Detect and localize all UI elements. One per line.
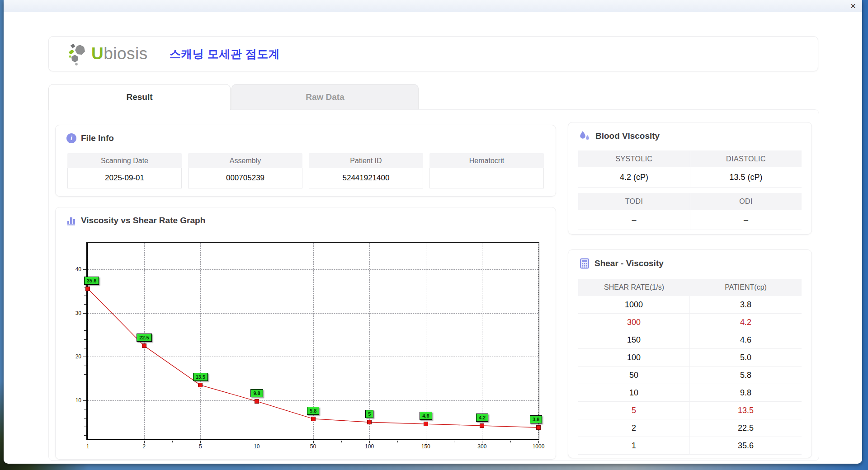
data-point-label: 9.8: [250, 389, 263, 397]
x-tick-label: 50: [310, 443, 316, 450]
file-info-field: Hematocrit: [429, 153, 544, 188]
y-minor-tick: [84, 418, 86, 418]
y-minor-tick: [84, 374, 86, 375]
file-info-field-label: Hematocrit: [429, 153, 544, 168]
y-minor-tick: [84, 383, 86, 383]
table-row: 109.8: [578, 384, 802, 402]
info-icon: i: [66, 133, 76, 143]
patient-viscosity-cell: 35.6: [690, 437, 802, 454]
table-row: 135.6: [578, 437, 802, 455]
table-row: 222.5: [578, 419, 802, 437]
data-point-marker: [536, 425, 541, 430]
x-tick-label: 1: [86, 443, 90, 450]
file-info-title: i File Info: [66, 133, 114, 143]
shear-rate-cell: 150: [578, 331, 690, 348]
shear-rate-cell: 300: [578, 314, 690, 331]
blood-viscosity-grid: SYSTOLICDIASTOLIC4.2 (cP)13.5 (cP)TODIOD…: [578, 150, 802, 230]
x-tick-label: 5: [199, 443, 202, 450]
tab-result[interactable]: Result: [48, 84, 231, 110]
y-major-tick: [83, 400, 86, 401]
y-minor-tick: [84, 252, 86, 252]
data-point-marker: [142, 343, 146, 348]
y-tick-label: 30: [75, 310, 81, 316]
file-info-field: Assembly000705239: [188, 153, 302, 188]
shear-rate-cell: 10: [578, 384, 690, 401]
file-info-title-text: File Info: [81, 133, 114, 143]
patient-viscosity-cell: 3.8: [690, 296, 802, 313]
x-major-tick: [144, 441, 145, 443]
blood-metric-value: –: [578, 210, 690, 230]
data-point-label: 4.6: [420, 412, 432, 420]
data-point-label: 3.8: [530, 415, 542, 423]
blood-viscosity-group: SYSTOLICDIASTOLIC4.2 (cP)13.5 (cP): [578, 150, 802, 188]
y-minor-tick: [84, 427, 86, 427]
logo-pebbles-icon: [68, 42, 89, 66]
close-button[interactable]: ×: [850, 0, 856, 11]
x-major-tick: [88, 441, 88, 443]
shear-viscosity-card: Shear - Viscosity SHEAR RATE(1/s)PATIENT…: [568, 249, 812, 458]
x-tick-label: 10: [254, 443, 259, 450]
x-minor-tick: [229, 441, 229, 442]
x-major-tick: [200, 441, 201, 443]
file-info-field-value: 2025-09-01: [67, 168, 182, 188]
shear-rate-cell: 1000: [578, 296, 690, 313]
x-major-tick: [538, 441, 539, 443]
y-minor-tick: [84, 322, 86, 322]
y-tick-label: 20: [75, 353, 81, 360]
header-card: Ubiosis 스캐닝 모세관 점도계: [48, 36, 818, 71]
file-info-field: Patient ID52441921400: [309, 153, 423, 188]
patient-viscosity-cell: 9.8: [690, 384, 802, 401]
y-major-tick: [83, 269, 86, 270]
x-minor-tick: [116, 441, 116, 442]
data-point-label: 5: [365, 410, 373, 418]
x-major-tick: [313, 441, 314, 443]
shear-viscosity-title-text: Shear - Viscosity: [594, 258, 664, 268]
x-tick-label: 150: [421, 443, 430, 450]
shear-rate-cell: 100: [578, 349, 690, 366]
data-point-marker: [198, 383, 203, 387]
x-major-tick: [369, 441, 370, 443]
tab-raw-data[interactable]: Raw Data: [231, 84, 419, 109]
x-tick-label: 1000: [533, 443, 545, 450]
shear-rate-cell: 1: [578, 437, 690, 454]
x-tick-label: 300: [477, 443, 486, 450]
file-info-field-value: 52441921400: [309, 168, 423, 188]
table-row: 513.5: [578, 402, 802, 419]
titlebar: ×: [4, 0, 862, 12]
shear-rate-cell: 50: [578, 367, 690, 384]
data-point-marker: [311, 417, 316, 421]
y-minor-tick: [84, 304, 86, 305]
blood-metric-value: –: [690, 210, 802, 230]
x-major-tick: [257, 441, 257, 443]
x-major-tick: [426, 441, 426, 443]
blood-metric-value: 4.2 (cP): [578, 167, 690, 188]
x-minor-tick: [397, 441, 398, 442]
blood-metric-label: ODI: [690, 193, 802, 210]
device-title: 스캐닝 모세관 점도계: [170, 47, 280, 61]
shear-viscosity-title: Shear - Viscosity: [579, 258, 664, 269]
y-minor-tick: [84, 330, 86, 331]
shear-table-header: SHEAR RATE(1/s)PATIENT(cp): [578, 279, 802, 296]
blood-viscosity-title-text: Blood Viscosity: [595, 131, 660, 141]
file-info-field-value: 000705239: [188, 168, 302, 188]
x-major-tick: [482, 441, 482, 443]
x-minor-tick: [341, 441, 342, 442]
file-info-field-label: Assembly: [188, 153, 302, 168]
y-minor-tick: [84, 261, 86, 261]
blood-viscosity-title: Blood Viscosity: [579, 131, 660, 141]
y-minor-tick: [84, 296, 86, 296]
x-tick-label: 100: [365, 443, 374, 450]
table-row: 3004.2: [578, 314, 802, 331]
y-minor-tick: [84, 348, 86, 348]
data-point-label: 13.5: [193, 373, 208, 381]
shear-table-header-cell: PATIENT(cp): [690, 279, 802, 296]
bar-chart-icon: [66, 216, 76, 226]
screen: × Ubiosis 스캐닝 모세관 점도계 Result Raw Data: [0, 0, 868, 470]
x-minor-tick: [285, 441, 285, 442]
y-minor-tick: [84, 339, 86, 340]
x-tick-label: 2: [142, 443, 146, 450]
brand-u: U: [91, 44, 104, 63]
data-point-marker: [255, 399, 259, 404]
data-point-marker: [480, 423, 484, 428]
data-point-label: 4.2: [476, 414, 488, 422]
